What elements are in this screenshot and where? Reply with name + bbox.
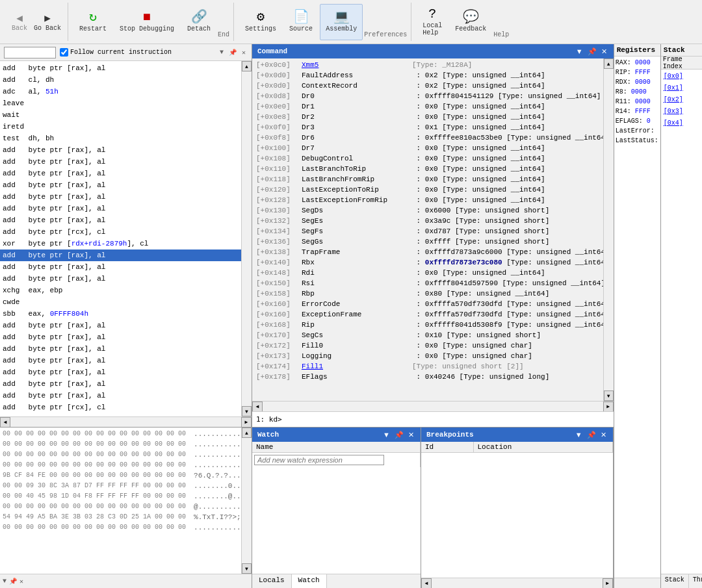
restart-button[interactable]: ↻ Restart [73, 4, 112, 40]
stack-item-0[interactable]: [0x0] [662, 71, 702, 83]
help-label: Help [493, 31, 509, 41]
hex-float-btn[interactable]: ▼ [3, 578, 6, 585]
code-line-2[interactable]: adc al, 51h [0, 86, 241, 97]
code-line-12[interactable]: add byte ptr [rax], al [0, 203, 241, 214]
assembly-hscroll[interactable]: ◀ ▶ [0, 416, 252, 427]
command-dropdown-btn[interactable]: ▼ [575, 47, 584, 56]
code-line-17[interactable]: add byte ptr [rax], al [0, 261, 241, 273]
command-vscroll[interactable]: ▲ ▼ [603, 58, 614, 401]
hex-vscroll[interactable]: ▲ ▼ [241, 428, 252, 574]
code-line-25[interactable]: add byte ptr [rax], al [0, 355, 241, 366]
cmd-row-faultaddr: [+0x0d0] FaultAddress : 0x2 [Type: unsig… [255, 70, 611, 81]
source-button[interactable]: 📄 Source [283, 4, 318, 40]
stack-item-4[interactable]: [0x4] [662, 118, 702, 129]
tab-stack[interactable]: Stack [661, 574, 689, 588]
stop-debug-button[interactable]: ■ Stop Debugging [114, 4, 180, 40]
bp-hscroll[interactable]: ◀ ▶ [421, 578, 613, 588]
assembly-close-btn[interactable]: ✕ [240, 48, 248, 57]
cmd-name: Dr0 [302, 91, 412, 101]
code-line-26[interactable]: add byte ptr [rax], al [0, 366, 241, 378]
code-line-28[interactable]: add byte ptr [rax], al [0, 390, 241, 402]
cmd-link-fill1[interactable]: Fill1 [302, 361, 412, 372]
code-line-29[interactable]: add byte ptr [rcx], cl [0, 402, 241, 413]
code-line-6[interactable]: test dh, bh [0, 133, 241, 144]
command-close-btn[interactable]: ✕ [600, 47, 608, 56]
address-input[interactable] [4, 47, 56, 58]
cmd-value: : 0x0 [Type: unsigned __int64] [412, 143, 545, 153]
assembly-float-btn[interactable]: ▼ [218, 48, 226, 57]
cmd-value: : 0x0 [Type: unsigned __int64] [412, 112, 545, 122]
cmd-name: Dr7 [302, 143, 412, 153]
registers-content[interactable]: RAX: 0000 RIP: FFFF RDX: 0000 R8: 0000 R… [614, 57, 660, 578]
local-help-button[interactable]: ? LocalHelp [417, 4, 448, 40]
code-line-14[interactable]: add byte ptr [rcx], cl [0, 226, 241, 238]
command-header: Command ▼ 📌 ✕ [252, 44, 614, 58]
follow-instruction-label[interactable]: Follow current instruction [60, 48, 172, 57]
code-line-15[interactable]: xor byte ptr [rdx+rdi-2879h], cl [0, 238, 241, 249]
code-line-23[interactable]: add byte ptr [rax], al [0, 331, 241, 343]
code-line-18[interactable]: add byte ptr [rax], al [0, 273, 241, 285]
hex-close-btn[interactable]: ✕ [20, 578, 23, 585]
registers-hscroll[interactable] [614, 578, 660, 588]
follow-instruction-checkbox[interactable] [60, 48, 68, 57]
assembly-button[interactable]: 💻 Assembly [320, 4, 363, 40]
code-line-7[interactable]: add byte ptr [rax], al [0, 144, 241, 156]
assembly-scroll[interactable]: add byte ptr [rax], al add cl, dh adc al… [0, 61, 241, 416]
code-line-11[interactable]: add byte ptr [rax], al [0, 191, 241, 203]
breakpoints-close-btn[interactable]: ✕ [599, 431, 608, 439]
command-input[interactable] [285, 415, 610, 424]
breakpoints-dropdown-btn[interactable]: ▼ [574, 431, 584, 439]
breakpoints-panel: Breakpoints ▼ 📌 ✕ Id [421, 428, 614, 588]
code-line-5[interactable]: iretd [0, 121, 241, 133]
code-line-24[interactable]: add byte ptr [rax], al [0, 343, 241, 355]
reg-r8: R8: 0000 [616, 87, 659, 97]
code-line-3[interactable]: leave [0, 97, 241, 109]
code-line-0[interactable]: add byte ptr [rax], al [0, 62, 241, 74]
assembly-vscroll[interactable]: ▲ ▼ [241, 61, 252, 416]
back-button[interactable]: ◀ Back [9, 10, 30, 33]
code-line-8[interactable]: add byte ptr [rax], al [0, 156, 241, 168]
cmd-value: : 0xffffa570df730dfd [Type: unsigned __i… [412, 309, 610, 320]
command-scroll[interactable]: [+0x0c0] Xmm5 [Type: _M128A] [+0x0d0] Fa… [252, 58, 614, 401]
detach-button[interactable]: 🔗 Detach [181, 4, 216, 40]
cmd-row-xmm5: [+0x0c0] Xmm5 [Type: _M128A] [255, 60, 611, 70]
code-line-27[interactable]: add byte ptr [rax], al [0, 378, 241, 390]
cmd-value: : 0x0 [Type: unsigned __int64] [412, 268, 545, 278]
watch-content: Name [252, 442, 421, 574]
stack-content[interactable]: [0x0] [0x1] [0x2] [0x3] [0x4] [661, 70, 702, 574]
assembly-pin-btn[interactable]: 📌 [227, 48, 239, 57]
hex-row: 00 00 00 00 00 00 00 00 00 00 00 00 00 0… [3, 429, 239, 439]
tab-threads[interactable]: Thre... [689, 574, 702, 588]
hex-pin-btn[interactable]: 📌 [9, 578, 17, 585]
code-line-13[interactable]: add byte ptr [rax], al [0, 214, 241, 226]
code-line-1[interactable]: add cl, dh [0, 74, 241, 86]
watch-pin-btn[interactable]: 📌 [393, 431, 405, 439]
stack-item-1[interactable]: [0x1] [662, 83, 702, 94]
command-pin-btn[interactable]: 📌 [586, 47, 598, 56]
code-line-22[interactable]: add byte ptr [rax], al [0, 320, 241, 331]
cmd-name: Rip [302, 320, 412, 330]
settings-button[interactable]: ⚙ Settings [239, 4, 282, 40]
code-line-9[interactable]: add byte ptr [rax], al [0, 168, 241, 179]
feedback-button[interactable]: 💬 Feedback [449, 4, 492, 40]
stack-item-3[interactable]: [0x3] [662, 106, 702, 118]
command-hscroll[interactable]: ◀ ▶ [252, 401, 614, 411]
breakpoints-pin-btn[interactable]: 📌 [586, 431, 597, 439]
code-line-highlighted[interactable]: add byte ptr [rax], al [0, 249, 241, 261]
breakpoints-table: Id Location [421, 442, 613, 453]
watch-close-btn[interactable]: ✕ [407, 431, 415, 439]
stack-item-2[interactable]: [0x2] [662, 94, 702, 106]
go-back-button[interactable]: ▶ Go Back [31, 10, 64, 33]
hex-scroll[interactable]: 00 00 00 00 00 00 00 00 00 00 00 00 00 0… [0, 428, 241, 574]
code-line-10[interactable]: add byte ptr [rax], al [0, 179, 241, 191]
code-line-21[interactable]: sbb eax, 0FFFF804h [0, 308, 241, 320]
code-line-20[interactable]: cwde [0, 296, 241, 308]
cmd-row-exceptionframe: [+0x160] ExceptionFrame : 0xffffa570df73… [255, 309, 611, 320]
add-watch-input[interactable] [254, 455, 384, 465]
code-line-19[interactable]: xchg eax, ebp [0, 285, 241, 296]
code-line-4[interactable]: wait [0, 109, 241, 121]
cmd-link-xmm5[interactable]: Xmm5 [302, 60, 412, 70]
tab-locals[interactable]: Locals [252, 574, 292, 588]
watch-dropdown-btn[interactable]: ▼ [382, 431, 391, 439]
tab-watch[interactable]: Watch [292, 574, 327, 588]
